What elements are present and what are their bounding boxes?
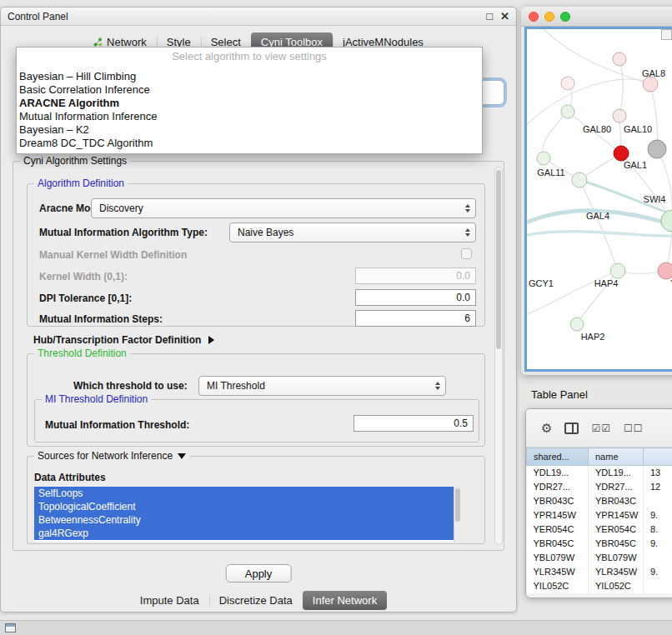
columns-icon[interactable] bbox=[564, 422, 579, 434]
gear-icon[interactable]: ⚙ bbox=[541, 421, 552, 436]
tab-infer-network[interactable]: Infer Network bbox=[303, 591, 387, 610]
algorithm-definition-legend: Algorithm Definition bbox=[34, 178, 128, 189]
sources-legend[interactable]: Sources for Network Inference bbox=[34, 450, 189, 462]
algorithm-option-selected[interactable]: ARACNE Algorithm bbox=[17, 97, 482, 110]
mi-type-label: Mutual Information Algorithm Type: bbox=[39, 227, 208, 238]
network-node[interactable] bbox=[613, 52, 626, 66]
network-node-label: GAL8 bbox=[642, 68, 665, 78]
tab-discretize-data[interactable]: Discretize Data bbox=[209, 591, 303, 610]
table-row[interactable]: YPR145W YPR145W 9. bbox=[527, 508, 672, 522]
column-header-extra[interactable] bbox=[644, 448, 672, 466]
expanded-arrow-icon bbox=[178, 453, 186, 459]
settings-scrollbar[interactable] bbox=[494, 167, 503, 545]
attribute-item[interactable]: BetweennessCentrality bbox=[34, 513, 461, 527]
cyni-settings-group: Cyni Algorithm Settings Algorithm Defini… bbox=[13, 161, 504, 551]
deselect-all-checkboxes-icon[interactable]: ☐☐ bbox=[624, 422, 644, 434]
algorithm-option[interactable]: Bayesian – Hill Climbing bbox=[17, 70, 482, 83]
table-row[interactable]: YIL052C YIL052C bbox=[527, 579, 672, 593]
aracne-mode-select[interactable]: Discovery bbox=[91, 198, 476, 218]
kernel-width-field[interactable]: 0.0 bbox=[355, 268, 476, 284]
cell-name: YER054C bbox=[589, 522, 644, 537]
zoom-traffic-light[interactable] bbox=[560, 12, 570, 22]
network-node[interactable] bbox=[561, 77, 574, 90]
network-node[interactable] bbox=[658, 262, 672, 279]
cell-shared: YBR045C bbox=[527, 537, 589, 551]
algorithm-definition-group: Algorithm Definition Aracne Mode: Discov… bbox=[27, 183, 485, 327]
data-attributes-label: Data Attributes bbox=[34, 472, 106, 483]
table-row[interactable]: YBL079W YBL079W bbox=[527, 551, 672, 565]
node-attribute-table: shared... name YDL19... YDL19... 13 YDR2… bbox=[526, 448, 672, 593]
cell-value bbox=[644, 551, 672, 565]
cell-name: YDL19... bbox=[589, 466, 644, 480]
network-node[interactable] bbox=[537, 152, 550, 165]
network-node-label: GAL1 bbox=[624, 160, 647, 170]
table-toolbar: ⚙ ☑☑ ☐☐ bbox=[526, 409, 672, 448]
updown-arrows-icon bbox=[435, 382, 440, 390]
table-row[interactable]: YLR345W YLR345W 9. bbox=[527, 565, 672, 579]
mi-threshold-label: Mutual Information Threshold: bbox=[45, 419, 189, 431]
network-tab-icon bbox=[93, 38, 103, 47]
minimize-traffic-light[interactable] bbox=[544, 12, 554, 22]
column-header-shared[interactable]: shared... bbox=[527, 448, 589, 466]
table-row[interactable]: YDL19... YDL19... 13 bbox=[527, 466, 672, 480]
settings-scrollbar-thumb[interactable] bbox=[496, 170, 501, 349]
canvas-scrollbar-button[interactable] bbox=[661, 29, 672, 40]
table-row[interactable]: YBR043C YBR043C bbox=[527, 494, 672, 508]
cell-value: 9. bbox=[644, 508, 672, 522]
algorithm-option[interactable]: Dream8 DC_TDC Algorithm bbox=[17, 137, 482, 150]
network-node-label: GAL11 bbox=[537, 168, 564, 178]
tab-discretize-data-label: Discretize Data bbox=[219, 594, 293, 607]
network-node[interactable] bbox=[572, 172, 587, 188]
attributes-list-scrollbar[interactable] bbox=[454, 487, 461, 542]
mi-steps-label: Mutual Information Steps: bbox=[39, 313, 163, 325]
network-node[interactable] bbox=[661, 210, 672, 232]
network-node-selected[interactable] bbox=[614, 146, 629, 161]
network-node[interactable] bbox=[613, 109, 626, 122]
cell-name: YBL079W bbox=[589, 551, 644, 565]
table-row[interactable]: YDR27... YDR27... 12 bbox=[527, 480, 672, 494]
network-node[interactable] bbox=[648, 140, 666, 158]
cell-value: 9. bbox=[644, 537, 672, 551]
network-node[interactable] bbox=[570, 318, 584, 331]
column-header-name[interactable]: name bbox=[589, 448, 644, 466]
cell-name: YDR27... bbox=[589, 480, 644, 494]
cell-shared: YLR345W bbox=[527, 565, 589, 579]
algorithm-option[interactable]: Basic Correlation Inference bbox=[17, 83, 482, 97]
kernel-width-label: Kernel Width (0,1): bbox=[39, 271, 128, 282]
mi-threshold-field[interactable]: 0.5 bbox=[354, 415, 474, 432]
mi-steps-field[interactable]: 6 bbox=[355, 310, 476, 327]
dropdown-placeholder: Select algorithm to view settings bbox=[17, 50, 482, 62]
apply-button[interactable]: Apply bbox=[226, 564, 292, 582]
control-panel-title: Control Panel bbox=[8, 11, 68, 22]
float-panel-icon[interactable]: □ bbox=[486, 11, 493, 22]
close-icon[interactable]: ✕ bbox=[500, 11, 509, 22]
network-node[interactable] bbox=[643, 77, 658, 92]
network-node[interactable] bbox=[561, 105, 574, 118]
table-row[interactable]: YBR045C YBR045C 9. bbox=[527, 537, 672, 551]
updown-arrows-icon bbox=[465, 228, 470, 237]
attribute-item[interactable]: SelfLoops bbox=[34, 487, 461, 500]
collapsed-arrow-icon bbox=[208, 336, 214, 344]
network-node-label: GCY1 bbox=[529, 278, 554, 288]
table-row[interactable]: YER054C YER054C 8. bbox=[527, 522, 672, 537]
tab-impute-data[interactable]: Impute Data bbox=[130, 591, 209, 610]
attribute-item[interactable]: TopologicalCoefficient bbox=[34, 500, 461, 513]
cell-shared: YBR043C bbox=[527, 494, 589, 508]
select-all-checkboxes-icon[interactable]: ☑☑ bbox=[591, 422, 611, 434]
mi-type-select[interactable]: Naive Bayes bbox=[229, 222, 476, 242]
cell-shared: YDL19... bbox=[527, 466, 589, 480]
algorithm-option[interactable]: Bayesian – K2 bbox=[17, 123, 482, 137]
which-threshold-select[interactable]: MI Threshold bbox=[198, 376, 446, 396]
hub-definition-toggle[interactable]: Hub/Transcription Factor Definition bbox=[33, 334, 214, 346]
close-traffic-light[interactable] bbox=[529, 12, 539, 22]
manual-kernel-label: Manual Kernel Width Definition bbox=[39, 249, 187, 261]
cell-shared: YDR27... bbox=[527, 480, 589, 494]
attribute-item[interactable]: gal4RGexp bbox=[34, 527, 461, 540]
cell-name: YIL052C bbox=[589, 579, 644, 593]
panel-toggle-icon[interactable] bbox=[5, 623, 16, 632]
manual-kernel-checkbox[interactable] bbox=[461, 248, 472, 259]
dpi-tolerance-field[interactable]: 0.0 bbox=[355, 289, 476, 306]
algorithm-option[interactable]: Mutual Information Inference bbox=[17, 110, 482, 123]
network-node[interactable] bbox=[610, 263, 625, 278]
network-canvas[interactable]: GAL8 GAL80 GAL10 GAL11 GAL1 SWI4 GAL4 GC… bbox=[524, 27, 672, 372]
